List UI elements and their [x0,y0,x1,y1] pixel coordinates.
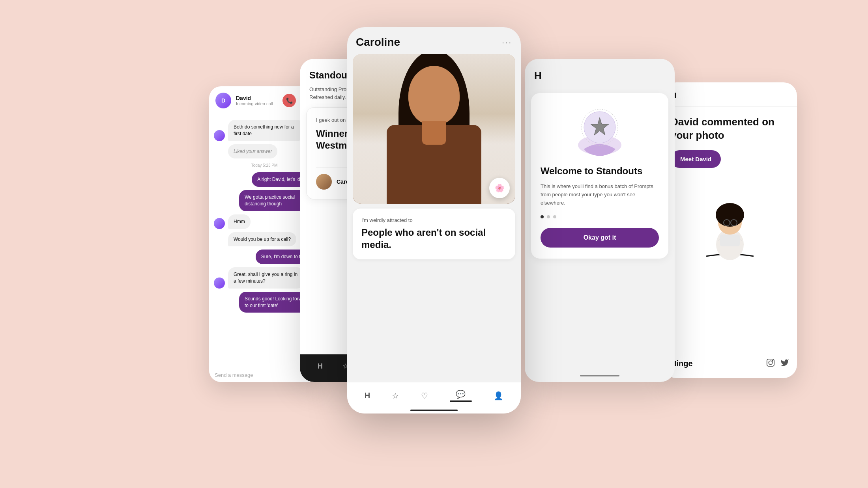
more-options-button[interactable]: ··· [502,38,512,47]
msg-bubble: Both do something new for a first date [228,120,304,141]
okay-got-it-button[interactable]: Okay got it [541,228,659,248]
profile-name: Caroline [356,36,400,48]
center-nav-likes[interactable]: ♡ [421,391,428,400]
chat-user-info: David Incoming video call [236,95,278,106]
center-nav-messages[interactable]: 💬 [450,389,472,402]
hinge-h-icon: H [534,70,542,82]
standouts-illustration [572,106,627,157]
center-phone: Caroline ··· 🌸 [347,27,521,413]
msg-ring: Great, shall I give you a ring in a few … [228,267,304,289]
card-prompt-text: People who aren't on social media. [361,226,507,251]
meet-david-button[interactable]: Meet David [671,150,721,168]
notif-header: H [663,82,797,107]
man-illustration [698,185,761,256]
msg-call: Would you be up for a call? [228,232,296,247]
svg-point-13 [772,360,773,361]
center-nav-standouts[interactable]: ☆ [392,391,399,400]
dot-2 [547,215,550,218]
dot-1 [541,215,544,218]
home-indicator [410,410,458,411]
welcome-description: This is where you'll find a bonus batch … [541,183,659,207]
notification-screen: H David commented on your photo Meet Dav… [663,82,797,378]
chat-user-status: Incoming video call [236,101,278,106]
notif-body: David commented on your photo Meet David [663,107,797,265]
send-message-input[interactable]: Send a message [215,372,305,378]
welcome-card: Welcome to Standouts This is where you'l… [531,93,668,259]
welcome-screen: H Welcome to Standouts This is [525,59,675,382]
notif-title: David commented on your photo [671,115,789,142]
svg-rect-10 [720,235,740,246]
profile-card: I'm weirdly attracted to People who aren… [353,209,515,259]
center-nav-home[interactable]: H [365,391,370,400]
avatar: D [215,93,231,108]
chat-user-name: David [236,95,278,101]
instagram-icon[interactable] [766,358,775,369]
card-avatar [316,174,332,190]
center-nav-profile[interactable]: 👤 [494,391,503,400]
profile-header: Caroline ··· [347,27,521,54]
rose-button[interactable]: 🌸 [489,178,510,198]
profile-photo: 🌸 [353,54,515,204]
sender-avatar [214,130,225,141]
msg-hmm: Hmm [228,214,251,229]
twitter-icon[interactable] [780,358,789,369]
bottom-nav-light: H ☆ ♡ 💬 👤 [347,382,521,413]
phone-button[interactable]: 📞 [282,94,296,107]
welcome-top-bar: H [525,59,675,93]
pagination-dots [541,215,659,218]
welcome-home-indicator [580,375,619,376]
msg-liked: Liked your answer [228,144,277,159]
welcome-title: Welcome to Standouts [541,165,659,177]
sender-avatar-5 [214,278,225,289]
social-icons [766,358,789,369]
screens-container: D David Incoming video call 📞 🎥 Both do … [178,27,690,461]
sender-avatar-3 [214,218,225,229]
card-prompt-label: I'm weirdly attracted to [361,217,507,223]
dot-3 [553,215,556,218]
svg-point-12 [769,361,772,364]
notif-footer: Hinge [663,358,797,369]
nav-home[interactable]: H [318,362,323,371]
